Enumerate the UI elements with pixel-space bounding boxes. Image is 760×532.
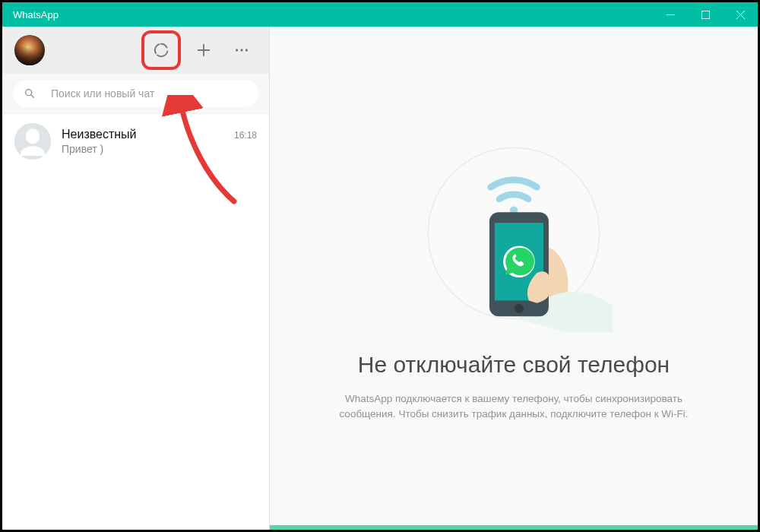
- status-button[interactable]: [146, 35, 176, 65]
- menu-button[interactable]: [226, 35, 257, 65]
- window-title: WhatsApp: [13, 9, 59, 21]
- search-icon: [24, 87, 36, 100]
- empty-state-body: WhatsApp подключается к вашему телефону,…: [331, 391, 696, 423]
- phone-wifi-illustration: [415, 135, 613, 332]
- search-input[interactable]: [51, 87, 248, 100]
- status-icon: [153, 42, 169, 59]
- window-close-button[interactable]: [723, 2, 758, 27]
- window-maximize-button[interactable]: [688, 2, 723, 27]
- svg-point-4: [26, 90, 32, 96]
- chat-list: Неизвестный 16:18 Привет ): [2, 114, 269, 530]
- svg-point-11: [515, 303, 524, 312]
- empty-state-panel: Не отключайте свой телефон WhatsApp подк…: [270, 27, 758, 530]
- chat-preview: Привет ): [62, 143, 257, 155]
- plus-icon: [195, 42, 212, 59]
- user-avatar[interactable]: [14, 35, 45, 65]
- sidebar: Неизвестный 16:18 Привет ): [2, 27, 270, 530]
- dots-icon: [233, 42, 250, 59]
- chat-time: 16:18: [234, 130, 257, 141]
- sidebar-header: [2, 27, 269, 74]
- chat-name: Неизвестный: [62, 128, 137, 141]
- new-chat-button[interactable]: [188, 35, 219, 65]
- default-avatar-icon: [14, 123, 51, 160]
- chat-list-item[interactable]: Неизвестный 16:18 Привет ): [2, 114, 269, 169]
- window-minimize-button[interactable]: [653, 2, 688, 27]
- window-controls: [653, 2, 758, 27]
- search-bar: [2, 74, 269, 114]
- svg-rect-0: [701, 11, 709, 18]
- svg-point-2: [240, 49, 242, 51]
- svg-point-1: [236, 49, 238, 51]
- window-titlebar: WhatsApp: [2, 2, 758, 27]
- svg-point-3: [245, 49, 248, 51]
- empty-state-heading: Не отключайте свой телефон: [358, 352, 670, 378]
- contact-avatar: [14, 123, 51, 160]
- annotation-highlight: [141, 30, 181, 70]
